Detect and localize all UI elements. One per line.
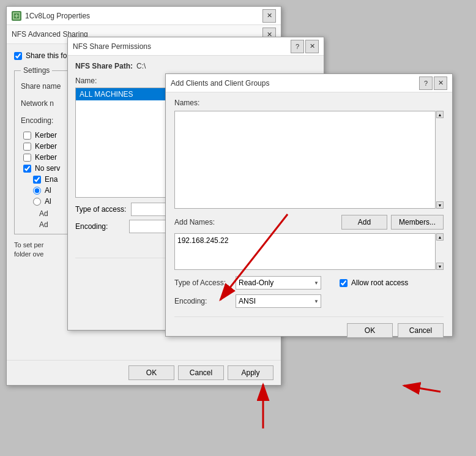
add-names-scroll-down[interactable]: ▼ bbox=[436, 263, 444, 270]
add-names-scroll-up[interactable]: ▲ bbox=[436, 233, 444, 241]
type-access-select-wrapper: Read-Only Read-Write No Access bbox=[236, 276, 321, 290]
add-clients-title-left: Add Clients and Client Groups bbox=[171, 79, 269, 88]
type-access-select[interactable]: Read-Only Read-Write No Access bbox=[236, 276, 321, 290]
properties-apply-btn[interactable]: Apply bbox=[228, 365, 273, 380]
share-folder-checkbox[interactable] bbox=[14, 52, 22, 60]
add-clients-help-btn[interactable]: ? bbox=[419, 77, 433, 90]
encoding-select-wrapper: ANSI UTF-8 KOI8-R bbox=[236, 294, 321, 308]
properties-bottom-buttons: OK Cancel Apply bbox=[7, 360, 281, 385]
members-btn[interactable]: Members... bbox=[391, 215, 444, 230]
allow-root-checkbox[interactable] bbox=[340, 279, 348, 287]
add-names-label: Add Names: bbox=[174, 218, 215, 226]
nfs-path-label: NFS Share Path: bbox=[75, 62, 133, 70]
no-serv-label: No serv bbox=[35, 164, 60, 173]
radio1[interactable] bbox=[33, 187, 41, 195]
add-clients-close-btn[interactable]: ✕ bbox=[434, 77, 447, 90]
kerb2-label: Kerber bbox=[35, 142, 57, 151]
names-scroll-down[interactable]: ▼ bbox=[436, 201, 444, 209]
add-clients-title-bar: Add Clients and Client Groups ? ✕ bbox=[166, 74, 452, 92]
encoding-label-add: Encoding: bbox=[174, 297, 229, 305]
nfs-title-text: NFS Share Permissions bbox=[73, 42, 151, 51]
properties-close-btn[interactable]: ✕ bbox=[262, 9, 276, 23]
names-scrollbar[interactable]: ▲ ▼ bbox=[435, 111, 444, 209]
no-serv-checkbox[interactable] bbox=[23, 165, 31, 173]
nfs-title-left: NFS Share Permissions bbox=[73, 42, 151, 51]
allow-root-row: Allow root access bbox=[340, 278, 408, 287]
ena-label: Ena bbox=[45, 175, 58, 184]
type-access-row: Type of Access: Read-Only Read-Write No … bbox=[174, 276, 444, 290]
settings-legend: Settings bbox=[21, 66, 52, 75]
nfs-path-value: C:\ bbox=[136, 62, 146, 70]
kerb1-checkbox[interactable] bbox=[23, 132, 31, 140]
properties-cancel-btn[interactable]: Cancel bbox=[178, 365, 224, 380]
radio1-label: Al bbox=[45, 186, 51, 195]
add-clients-ok-btn[interactable]: OK bbox=[347, 323, 393, 338]
add-clients-cancel-btn[interactable]: Cancel bbox=[398, 323, 444, 338]
properties-title-text: 1Cv8Log Properties bbox=[25, 12, 90, 20]
add-names-buttons: Add Members... bbox=[341, 215, 444, 230]
title-bar-controls: ✕ bbox=[262, 9, 276, 23]
encoding-select[interactable]: ANSI UTF-8 KOI8-R bbox=[236, 294, 321, 308]
nfs-title-bar: NFS Share Permissions ? ✕ bbox=[68, 37, 324, 56]
add-names-scrollbar[interactable]: ▲ ▼ bbox=[435, 233, 444, 270]
names-label: Names: bbox=[174, 99, 444, 107]
radio2-label: Al bbox=[45, 197, 51, 206]
nfs-type-label: Type of access: bbox=[75, 205, 126, 214]
radio2[interactable] bbox=[33, 198, 41, 206]
add-names-value: 192.168.245.22 bbox=[177, 236, 228, 245]
add-btn[interactable]: Add bbox=[341, 215, 387, 230]
add-clients-content: Names: ▲ ▼ Add Names: Add Members... 192… bbox=[166, 92, 452, 344]
names-list[interactable] bbox=[174, 111, 444, 209]
ena-checkbox[interactable] bbox=[33, 176, 41, 184]
add-clients-window: Add Clients and Client Groups ? ✕ Names:… bbox=[165, 73, 453, 337]
nfs-close-btn[interactable]: ✕ bbox=[305, 40, 319, 53]
nfs-path-row: NFS Share Path: C:\ bbox=[75, 62, 316, 70]
encoding-row: Encoding: ANSI UTF-8 KOI8-R bbox=[174, 294, 444, 308]
properties-ok-btn[interactable]: OK bbox=[128, 365, 174, 380]
add-names-header: Add Names: Add Members... bbox=[174, 215, 444, 230]
kerb3-checkbox[interactable] bbox=[23, 154, 31, 162]
properties-title-bar: 1Cv8Log Properties ✕ bbox=[7, 7, 281, 25]
add1-label: Ad bbox=[39, 209, 48, 218]
type-access-label: Type of Access: bbox=[174, 278, 229, 287]
kerb1-label: Kerber bbox=[35, 131, 57, 140]
add-clients-title-text: Add Clients and Client Groups bbox=[171, 79, 269, 88]
names-list-container: ▲ ▼ bbox=[174, 111, 444, 209]
add-names-input-container: 192.168.245.22 ▲ ▼ bbox=[174, 233, 444, 270]
allow-root-label: Allow root access bbox=[351, 278, 408, 287]
kerb3-label: Kerber bbox=[35, 153, 57, 162]
names-scroll-up[interactable]: ▲ bbox=[436, 111, 444, 118]
add2-label: Ad bbox=[39, 220, 48, 229]
nfs-help-btn[interactable]: ? bbox=[291, 40, 304, 53]
add-names-input[interactable]: 192.168.245.22 bbox=[174, 233, 444, 270]
nfs-encoding-label: Encoding: bbox=[75, 222, 124, 231]
kerb2-checkbox[interactable] bbox=[23, 143, 31, 151]
nfs-title-controls: ? ✕ bbox=[291, 40, 319, 53]
add-clients-bottom-buttons: OK Cancel bbox=[174, 316, 444, 338]
app-icon bbox=[12, 11, 21, 21]
add-clients-title-controls: ? ✕ bbox=[419, 77, 447, 90]
title-bar-left: 1Cv8Log Properties bbox=[12, 11, 90, 21]
